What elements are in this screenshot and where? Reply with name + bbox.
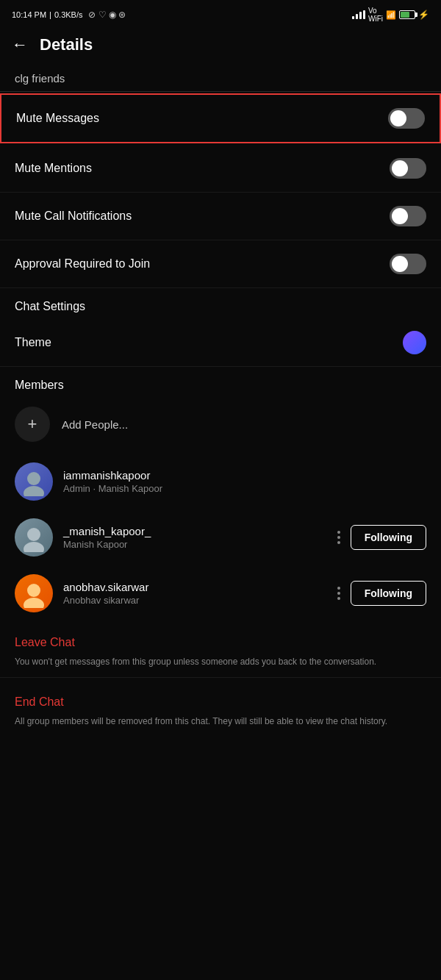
member-actions: Following [334, 525, 426, 550]
member-username: _manish_kapoor_ [63, 525, 324, 537]
list-item: anobhav.sikarwar Anobhav sikarwar Follow… [0, 565, 441, 621]
svg-point-4 [27, 584, 40, 597]
approval-required-toggle[interactable] [390, 254, 426, 274]
vo-wifi-label: VoWiFi [368, 7, 383, 23]
member-info: anobhav.sikarwar Anobhav sikarwar [63, 581, 324, 606]
end-chat-description: All group members will be removed from t… [15, 715, 426, 728]
leave-chat-description: You won't get messages from this group u… [15, 655, 426, 668]
signal-icon [352, 10, 365, 19]
svg-point-0 [27, 472, 40, 485]
list-item: _manish_kapoor_ Manish Kapoor Following [0, 509, 441, 565]
mute-mentions-toggle[interactable] [390, 158, 426, 179]
battery-icon [399, 10, 415, 19]
chat-settings-label[interactable]: Chat Settings [0, 288, 441, 319]
group-name: clg friends [15, 72, 65, 85]
mute-mentions-item[interactable]: Mute Mentions [0, 145, 441, 193]
divider [0, 677, 441, 678]
members-section-label: Members [0, 367, 441, 395]
following-button[interactable]: Following [351, 525, 426, 550]
list-item: iammanishkapoor Admin · Manish Kapoor [0, 454, 441, 509]
add-people-label: Add People... [62, 418, 128, 431]
mute-mentions-label: Mute Mentions [15, 162, 92, 175]
mute-call-notifications-toggle[interactable] [390, 206, 426, 226]
svg-point-3 [24, 542, 44, 552]
member-info: _manish_kapoor_ Manish Kapoor [63, 525, 324, 550]
status-right: VoWiFi 📶 ⚡ [352, 7, 429, 23]
mute-call-notifications-item[interactable]: Mute Call Notifications [0, 193, 441, 240]
status-bar: 10:14 PM | 0.3KB/s ⊘ ♡ ◉ ⊛ VoWiFi 📶 ⚡ [0, 0, 441, 26]
member-info: iammanishkapoor Admin · Manish Kapoor [63, 469, 426, 494]
member-subtext: Anobhav sikarwar [63, 595, 324, 606]
back-button[interactable]: ← [12, 35, 28, 54]
mute-messages-toggle[interactable] [388, 108, 425, 129]
avatar [15, 462, 53, 501]
status-left: 10:14 PM | 0.3KB/s ⊘ ♡ ◉ ⊛ [12, 10, 126, 20]
svg-point-5 [24, 598, 44, 608]
header: ← Details [0, 26, 441, 63]
mute-messages-label: Mute Messages [16, 112, 99, 125]
member-actions: Following [334, 581, 426, 606]
approval-required-label: Approval Required to Join [15, 257, 150, 271]
leave-chat-section: Leave Chat You won't get messages from t… [0, 621, 441, 674]
time: 10:14 PM [12, 10, 46, 19]
svg-point-2 [27, 528, 40, 541]
member-username: anobhav.sikarwar [63, 581, 324, 593]
avatar [15, 518, 53, 557]
more-options-button[interactable] [334, 584, 343, 603]
member-username: iammanishkapoor [63, 469, 426, 482]
theme-color-circle [403, 331, 426, 354]
mute-call-notifications-label: Mute Call Notifications [15, 210, 132, 223]
group-name-section: clg friends [0, 63, 441, 92]
bolt-icon: ⚡ [418, 10, 429, 20]
member-subtext: Manish Kapoor [63, 539, 324, 550]
page-title: Details [40, 35, 93, 54]
add-people-button[interactable]: + Add People... [0, 395, 441, 454]
leave-chat-button[interactable]: Leave Chat [15, 636, 426, 649]
approval-required-item[interactable]: Approval Required to Join [0, 240, 441, 288]
wifi-icon: 📶 [386, 10, 396, 20]
theme-item[interactable]: Theme [0, 319, 441, 367]
icons: ⊘ ♡ ◉ ⊛ [88, 10, 126, 20]
theme-label: Theme [15, 336, 51, 349]
end-chat-button[interactable]: End Chat [15, 695, 426, 709]
more-options-button[interactable] [334, 528, 343, 547]
network-speed: | [49, 10, 51, 19]
mute-messages-item[interactable]: Mute Messages [0, 93, 441, 143]
svg-point-1 [24, 486, 44, 496]
add-icon: + [15, 407, 50, 442]
following-button[interactable]: Following [351, 581, 426, 606]
avatar [15, 574, 53, 612]
end-chat-section: End Chat All group members will be remov… [0, 681, 441, 734]
member-subtext: Admin · Manish Kapoor [63, 483, 426, 494]
network-speed-value: 0.3KB/s [54, 10, 83, 19]
